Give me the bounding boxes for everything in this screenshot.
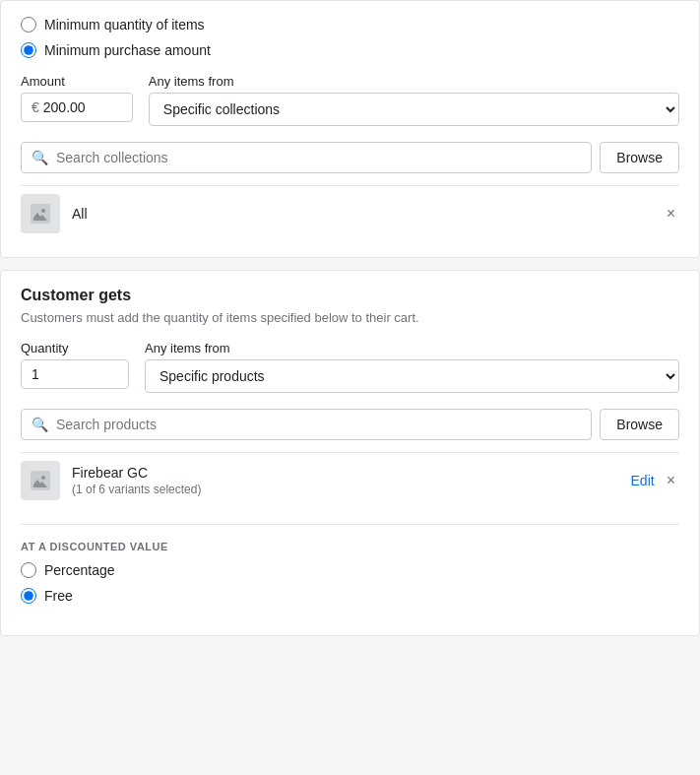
- radio-item-min-qty[interactable]: Minimum quantity of items: [21, 17, 679, 32]
- divider: [21, 524, 679, 525]
- search-icon: 🔍: [32, 150, 48, 165]
- product-info: Firebear GC (1 of 6 variants selected): [72, 465, 619, 496]
- quantity-input[interactable]: [32, 366, 110, 382]
- product-item-actions: Edit ×: [631, 473, 679, 488]
- search-collections-input[interactable]: [56, 150, 581, 165]
- amount-input-wrap[interactable]: €: [21, 93, 133, 122]
- minimum-requirements-section: Minimum quantity of items Minimum purcha…: [0, 0, 700, 258]
- search-products-input[interactable]: [56, 417, 581, 432]
- product-item-row: Firebear GC (1 of 6 variants selected) E…: [21, 452, 679, 508]
- customer-any-items-field-group: Any items from Specific products Specifi…: [145, 341, 679, 393]
- browse-collections-button[interactable]: Browse: [600, 142, 679, 173]
- quantity-label: Quantity: [21, 341, 129, 355]
- amount-input[interactable]: [43, 99, 122, 115]
- any-items-from-field-group: Any items from Specific collections Spec…: [149, 74, 679, 126]
- radio-item-percentage[interactable]: Percentage: [21, 562, 679, 578]
- quantity-input-wrap[interactable]: [21, 359, 129, 389]
- customer-any-items-select[interactable]: Specific products Specific collections A…: [145, 359, 679, 393]
- radio-item-free[interactable]: Free: [21, 588, 679, 604]
- any-items-select[interactable]: Specific collections Specific products A…: [149, 93, 679, 126]
- radio-group-min: Minimum quantity of items Minimum purcha…: [21, 17, 679, 58]
- collection-name: All: [72, 206, 651, 222]
- radio-min-qty[interactable]: [21, 17, 36, 32]
- any-items-label: Any items from: [149, 74, 679, 89]
- radio-label-percentage: Percentage: [44, 562, 115, 578]
- browse-products-button[interactable]: Browse: [600, 409, 679, 440]
- radio-label-min-amount: Minimum purchase amount: [44, 42, 211, 58]
- quantity-fields-row: Quantity Any items from Specific product…: [21, 341, 679, 393]
- customer-gets-title: Customer gets: [21, 287, 679, 304]
- product-thumbnail: [21, 461, 60, 500]
- collection-thumbnail: [21, 194, 60, 233]
- product-image-icon: [31, 471, 50, 490]
- customer-any-items-label: Any items from: [145, 341, 679, 355]
- radio-free[interactable]: [21, 588, 36, 604]
- discount-radio-group: Percentage Free: [21, 562, 679, 604]
- customer-gets-description: Customers must add the quantity of items…: [21, 310, 679, 325]
- svg-point-3: [41, 476, 45, 480]
- search-products-bar: 🔍 Browse: [21, 409, 679, 440]
- discounted-value-label: AT A DISCOUNTED VALUE: [21, 541, 679, 552]
- amount-field-group: Amount €: [21, 74, 133, 126]
- search-collections-wrap[interactable]: 🔍: [21, 142, 592, 173]
- remove-collection-button[interactable]: ×: [663, 206, 679, 222]
- amount-fields-row: Amount € Any items from Specific collect…: [21, 74, 679, 126]
- radio-min-amount[interactable]: [21, 42, 36, 58]
- edit-product-link[interactable]: Edit: [631, 473, 655, 488]
- currency-prefix: €: [32, 99, 39, 115]
- radio-label-min-qty: Minimum quantity of items: [44, 17, 205, 32]
- product-subtitle: (1 of 6 variants selected): [72, 483, 619, 496]
- radio-label-free: Free: [44, 588, 73, 604]
- amount-label: Amount: [21, 74, 133, 89]
- search-products-wrap[interactable]: 🔍: [21, 409, 592, 440]
- radio-item-min-amount[interactable]: Minimum purchase amount: [21, 42, 679, 58]
- customer-gets-section: Customer gets Customers must add the qua…: [0, 270, 700, 636]
- remove-product-button[interactable]: ×: [663, 473, 679, 488]
- search-collections-bar: 🔍 Browse: [21, 142, 679, 173]
- search-products-icon: 🔍: [32, 417, 48, 432]
- svg-point-1: [41, 209, 45, 213]
- collection-item-row: All ×: [21, 185, 679, 241]
- radio-percentage[interactable]: [21, 562, 36, 578]
- image-icon: [31, 204, 50, 224]
- product-name: Firebear GC: [72, 465, 619, 481]
- quantity-field-group: Quantity: [21, 341, 129, 393]
